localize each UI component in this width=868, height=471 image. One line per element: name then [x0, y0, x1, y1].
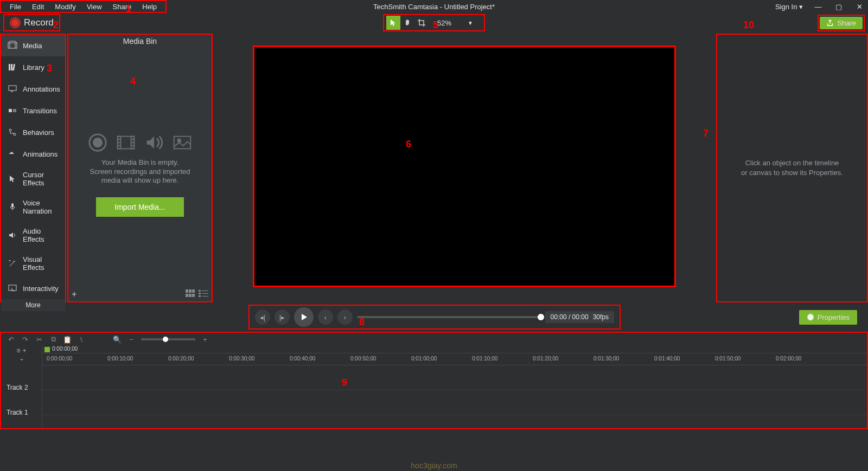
split-icon[interactable]: ⑊ — [77, 335, 86, 344]
zoom-slider-handle[interactable] — [163, 337, 168, 342]
redo-icon[interactable]: ↷ — [21, 335, 29, 344]
ruler-tick: 0:01:10;00 — [472, 356, 497, 362]
properties-panel: Click an object on the timeline or canva… — [716, 34, 868, 302]
zoom-icon[interactable]: 🔍 — [113, 335, 122, 344]
menu-view[interactable]: View — [81, 2, 107, 12]
svg-rect-23 — [192, 294, 195, 297]
canvas[interactable] — [253, 46, 676, 287]
tool-audio-effects[interactable]: Audio Effects — [1, 221, 65, 249]
menu-help[interactable]: Help — [137, 2, 162, 12]
menu-bar: File Edit Modify View Share Help — [0, 0, 167, 13]
tool-transitions[interactable]: Transitions — [1, 100, 65, 121]
selection-tool-icon[interactable] — [386, 16, 400, 30]
playhead-marker[interactable] — [44, 347, 50, 352]
window-title: TechSmith Camtasia - Untitled Project* — [373, 3, 495, 11]
watermark: hoc3giay.com — [411, 461, 457, 470]
library-icon — [8, 62, 17, 72]
image-placeholder-icon — [172, 132, 193, 153]
transitions-icon — [8, 106, 17, 115]
menu-edit[interactable]: Edit — [27, 2, 49, 12]
tool-behaviors[interactable]: Behaviors — [1, 121, 65, 143]
undo-icon[interactable]: ↶ — [7, 335, 15, 344]
ruler-tick: 0:01:20;00 — [533, 356, 558, 362]
copy-icon[interactable]: ⧉ — [49, 335, 58, 344]
zoom-out-icon[interactable]: − — [127, 335, 136, 344]
share-wrap: Share — [818, 15, 865, 31]
record-icon — [10, 17, 21, 28]
sign-in-button[interactable]: Sign In ▾ — [775, 3, 803, 11]
media-bin-panel: Media Bin Your Media Bin is empty. Scree… — [67, 34, 213, 302]
properties-button[interactable]: Properties — [799, 310, 857, 325]
tool-visual-effects[interactable]: Visual Effects — [1, 249, 65, 278]
track-header-1[interactable]: Track 1 — [1, 400, 42, 425]
ruler-tick: 0:02:00;00 — [776, 356, 801, 362]
ruler-top: 0:00:00;00 — [42, 346, 867, 353]
zoom-value: 52% — [437, 19, 451, 27]
ruler-tick: 0:01:30;00 — [593, 356, 619, 362]
next-button[interactable]: › — [337, 309, 353, 325]
audio-placeholder-icon — [144, 132, 164, 153]
maximize-icon[interactable]: ▢ — [833, 1, 844, 12]
timeline-toolbar: ↶ ↷ ✂ ⧉ 📋 ⑊ 🔍 − + — [1, 333, 867, 346]
record-button[interactable]: Record — [3, 14, 60, 31]
tool-cursor-effects[interactable]: Cursor Effects — [1, 165, 65, 193]
share-button[interactable]: Share — [820, 17, 863, 29]
svg-rect-21 — [186, 294, 188, 297]
hand-tool-icon[interactable] — [400, 16, 414, 30]
track-toggle-icon[interactable]: ≡ — [16, 347, 20, 354]
track-collapse-icon[interactable]: ⌄ — [19, 354, 24, 362]
svg-rect-26 — [199, 293, 201, 294]
seek-bar[interactable] — [357, 316, 541, 318]
close-icon[interactable]: ✕ — [854, 1, 865, 12]
timeline-zoom-slider[interactable] — [141, 338, 195, 340]
bin-grid-view-icon[interactable] — [186, 289, 195, 297]
prev-button[interactable]: ‹ — [318, 309, 333, 325]
track-lane-2[interactable] — [42, 365, 867, 390]
seek-handle[interactable] — [538, 314, 544, 320]
track-header-2[interactable]: Track 2 — [1, 375, 42, 400]
zoom-in-icon[interactable]: + — [201, 335, 209, 344]
ruler-tick: 0:00:20;00 — [168, 356, 194, 362]
tool-interactivity[interactable]: Interactivity — [1, 278, 65, 299]
tool-media[interactable]: Media — [1, 35, 65, 56]
svg-rect-22 — [189, 294, 192, 297]
tool-library[interactable]: Library — [1, 56, 65, 78]
step-back-button[interactable]: ◂| — [255, 309, 270, 325]
menu-file[interactable]: File — [4, 2, 27, 12]
paste-icon[interactable]: 📋 — [63, 335, 72, 344]
svg-rect-28 — [199, 295, 201, 297]
zoom-level[interactable]: 52% ▼ — [429, 19, 482, 27]
svg-point-7 — [9, 129, 11, 131]
svg-rect-19 — [189, 289, 192, 293]
minimize-icon[interactable]: ― — [813, 1, 824, 12]
ruler-tick: 0:00:40;00 — [290, 356, 315, 362]
tool-voice-narration[interactable]: Voice Narration — [1, 193, 65, 221]
tool-annotations[interactable]: Annotations — [1, 78, 65, 100]
bin-list-view-icon[interactable] — [199, 289, 208, 297]
media-bin-empty: Your Media Bin is empty. Screen recordin… — [68, 48, 212, 301]
record-placeholder-icon — [87, 132, 108, 153]
track-lane-1[interactable] — [42, 390, 867, 415]
tool-animations[interactable]: Animations — [1, 143, 65, 165]
timeline-area: ↶ ↷ ✂ ⧉ 📋 ⑊ 🔍 − + ≡+ ⌄ Track 2 Track 1 0… — [0, 332, 868, 429]
bin-icons — [87, 132, 193, 153]
svg-rect-1 — [9, 64, 10, 70]
cut-icon[interactable]: ✂ — [35, 335, 43, 344]
ruler-tick: 0:01:50;00 — [715, 356, 741, 362]
menu-modify[interactable]: Modify — [49, 2, 81, 12]
time-ruler[interactable]: 0:00:00;000:00:10;000:00:20;000:00:30;00… — [42, 353, 867, 365]
animations-icon — [8, 149, 17, 159]
crop-tool-icon[interactable] — [414, 16, 429, 30]
menu-share[interactable]: Share — [107, 2, 137, 12]
svg-rect-24 — [199, 290, 201, 292]
svg-rect-27 — [202, 293, 208, 294]
add-track-icon[interactable]: + — [23, 347, 27, 354]
step-forward-button[interactable]: |▸ — [275, 309, 290, 325]
cursor-icon — [8, 174, 17, 184]
play-button[interactable] — [294, 307, 314, 327]
import-media-button[interactable]: Import Media... — [96, 197, 183, 217]
mic-icon — [8, 202, 17, 212]
add-media-icon[interactable]: + — [72, 289, 76, 299]
svg-rect-20 — [192, 289, 195, 293]
share-icon — [826, 19, 834, 27]
